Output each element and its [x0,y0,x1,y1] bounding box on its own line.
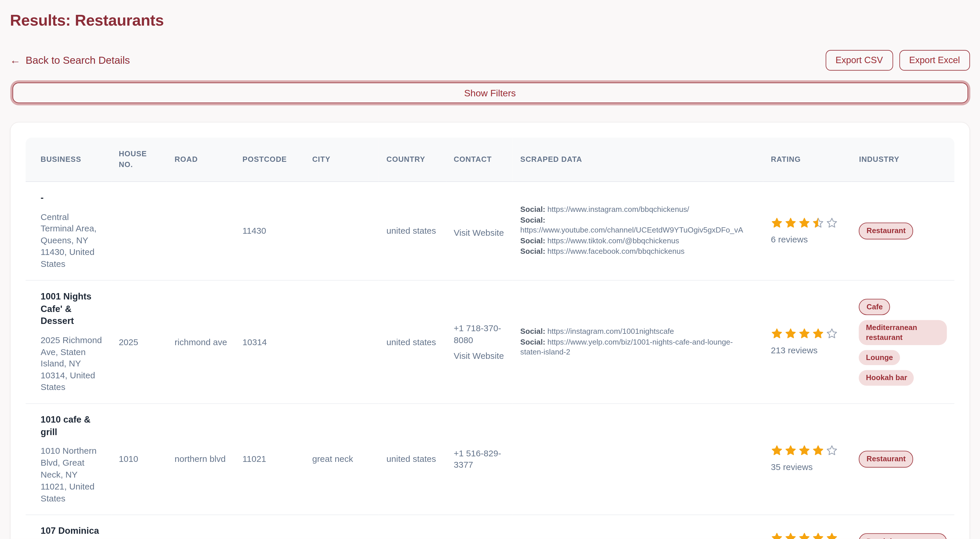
column-header-contact: CONTACT [446,138,513,182]
column-header-house-no: HOUSE NO. [111,138,167,182]
show-filters-button[interactable]: Show Filters [12,83,968,103]
cell-scraped-data: Social: https://www.instagram.com/bbqchi… [513,182,763,280]
star-icon [826,445,838,457]
industry-badge: Dominican restaurant [859,533,947,539]
cell-road: richmond ave [167,280,235,403]
industry-badges: Cafe Mediterranean restaurant Lounge Hoo… [859,298,947,385]
cell-city: flushing [305,515,379,539]
cell-postcode: 11368 [235,515,305,539]
table-wrapper: BUSINESS HOUSE NO. ROAD POSTCODE CITY CO… [25,138,955,539]
cell-scraped-data: Social: https://instagram.com/1001nights… [513,280,763,403]
star-icon [812,532,825,539]
star-icon [799,328,811,340]
export-buttons: Export CSV Export Excel [826,50,970,71]
cell-industry: Cafe Mediterranean restaurant Lounge Hoo… [851,280,954,403]
cell-business: 1001 Nights Cafe' & Dessert 2025 Richmon… [25,280,111,403]
scraped-label: Social: [520,327,545,336]
cell-postcode: 11430 [235,182,305,280]
back-arrow-icon: ← [10,55,21,66]
export-excel-button[interactable]: Export Excel [899,50,970,71]
column-header-city: CITY [305,138,379,182]
cell-industry: Restaurant [851,403,954,515]
scraped-label: Social: [520,236,545,245]
cell-contact: Visit Website [446,182,513,280]
table-row: - Central Terminal Area, Queens, NY 1143… [25,182,955,280]
business-name: - [41,192,104,204]
star-icon [799,532,811,539]
results-table: BUSINESS HOUSE NO. ROAD POSTCODE CITY CO… [25,138,955,539]
industry-badge: Restaurant [859,223,913,239]
industry-badges: Restaurant [859,223,947,239]
phone-number: +1 516-829-3377 [453,447,505,471]
back-link-label: Back to Search Details [25,54,130,66]
review-count: 35 reviews [771,462,844,474]
cell-scraped-data [513,515,763,539]
scraped-line: Social: https://www.youtube.com/channel/… [520,216,756,236]
star-icon [812,328,825,340]
business-address: 2025 Richmond Ave, Staten Island, NY 103… [41,334,104,393]
cell-contact: +1 718-370-8080 Visit Website [446,280,513,403]
column-header-postcode: POSTCODE [235,138,305,182]
cell-postcode: 11021 [235,403,305,515]
industry-badge: Cafe [859,298,890,315]
visit-website-link[interactable]: Visit Website [453,227,505,239]
industry-badges: Dominican restaurant [859,533,947,539]
scraped-url: https://www.yelp.com/biz/1001-nights-caf… [520,337,733,356]
star-icon [771,532,783,539]
scraped-url: https://www.facebook.com/bbqchickenus [547,247,684,255]
star-rating [771,328,844,340]
column-header-business: BUSINESS [25,138,111,182]
cell-house-no [111,182,167,280]
star-icon [784,532,797,539]
cell-contact: +1 516-829-3377 [446,403,513,515]
cell-country: united states [379,280,446,403]
business-address: Central Terminal Area, Queens, NY 11430,… [41,211,104,270]
industry-badge: Lounge [859,350,900,365]
star-icon [826,328,838,340]
cell-scraped-data [513,403,763,515]
star-icon [812,217,825,229]
cell-postcode: 10314 [235,280,305,403]
scraped-label: Social: [520,205,545,214]
review-count: 213 reviews [771,344,844,357]
toolbar: ← Back to Search Details Export CSV Expo… [10,50,970,71]
star-icon [771,217,783,229]
cell-country: united states [379,182,446,280]
industry-badge: Mediterranean restaurant [859,320,947,345]
table-header: BUSINESS HOUSE NO. ROAD POSTCODE CITY CO… [25,138,955,182]
table-row: 1010 cafe & grill 1010 Northern Blvd, Gr… [25,403,955,515]
cell-house-no: 2025 [111,280,167,403]
star-icon [799,445,811,457]
cell-country: united states [379,403,446,515]
scraped-url: https://www.tiktok.com/@bbqchickenus [547,236,679,245]
export-csv-button[interactable]: Export CSV [826,50,893,71]
phone-number: +1 718-370-8080 [453,322,505,346]
table-row: 1001 Nights Cafe' & Dessert 2025 Richmon… [25,280,955,403]
business-name: 1001 Nights Cafe' & Dessert [41,291,104,327]
scraped-line: Social: https://www.instagram.com/bbqchi… [520,205,756,215]
back-link[interactable]: ← Back to Search Details [10,54,130,66]
scraped-label: Social: [520,216,545,224]
star-icon [826,532,838,539]
results-card: BUSINESS HOUSE NO. ROAD POSTCODE CITY CO… [10,122,970,539]
visit-website-link[interactable]: Visit Website [453,350,505,362]
scraped-url: https://www.instagram.com/bbqchickenus/ [547,205,689,214]
business-name: 1010 cafe & grill [41,414,104,438]
cell-contact: (929) 424- [446,515,513,539]
cell-business: - Central Terminal Area, Queens, NY 1143… [25,182,111,280]
cell-city [305,182,379,280]
cell-city: great neck [305,403,379,515]
star-rating [771,217,844,229]
star-icon [784,328,797,340]
column-header-rating: RATING [763,138,851,182]
star-icon [784,217,797,229]
star-icon [771,328,783,340]
page: Results: Restaurants ← Back to Search De… [0,0,980,539]
cell-rating: 6 reviews [763,182,851,280]
business-address: 1010 Northern Blvd, Great Neck, NY 11021… [41,445,104,504]
industry-badge: Hookah bar [859,370,914,385]
business-name: 107 Dominica Restaurant [41,525,104,539]
cell-country [379,515,446,539]
scraped-line: Social: https://www.facebook.com/bbqchic… [520,247,756,257]
scraped-line: Social: https://instagram.com/1001nights… [520,327,756,337]
